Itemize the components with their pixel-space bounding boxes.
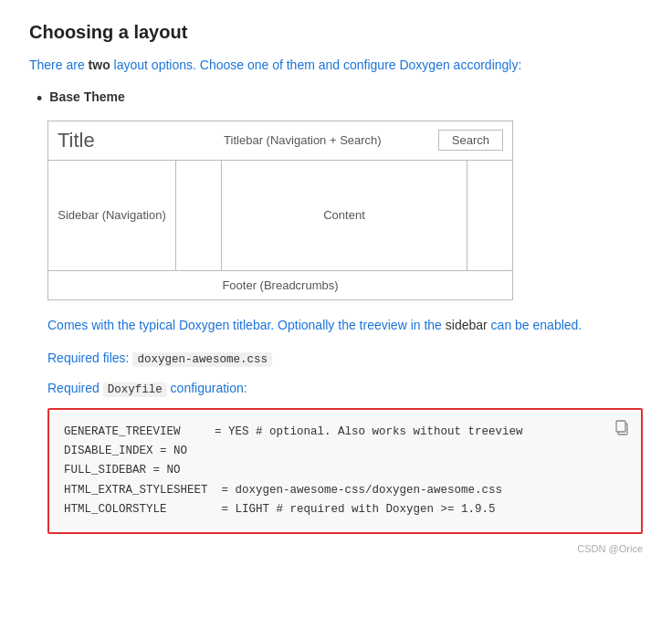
intro-bold: two — [89, 58, 110, 72]
watermark: CSDN @Orice — [29, 543, 643, 554]
intro-paragraph: There are two layout options. Choose one… — [29, 56, 643, 75]
diagram-content-area: Content — [176, 161, 512, 270]
diagram-col-right — [467, 161, 512, 270]
bullet-label: Base Theme — [49, 89, 124, 104]
page-title: Choosing a layout — [29, 22, 643, 43]
code-block-wrapper: GENERATE_TREEVIEW = YES # optional. Also… — [47, 408, 643, 534]
diagram-title-cell: Title — [58, 129, 149, 152]
code-line5: HTML_COLORSTYLE = LIGHT # required with … — [64, 503, 496, 516]
diagram-footer-label: Footer (Breadcrumbs) — [48, 270, 512, 299]
layout-diagram: Title Titlebar (Navigation + Search) Sea… — [47, 120, 513, 300]
code-line3: FULL_SIDEBAR = NO — [64, 464, 181, 477]
svg-rect-1 — [616, 421, 625, 432]
diagram-search-button[interactable]: Search — [438, 130, 503, 151]
required-config-suffix: configuration: — [167, 381, 247, 395]
diagram-titlebar: Title Titlebar (Navigation + Search) Sea… — [48, 121, 512, 161]
intro-text-part1: There are — [29, 58, 89, 72]
diagram-col-left — [176, 161, 222, 270]
required-files-label: Required files: — [47, 351, 130, 365]
doxyfile-inline-code: Doxyfile — [103, 382, 167, 397]
description-text: Comes with the typical Doxygen titlebar.… — [47, 315, 643, 335]
code-line4: HTML_EXTRA_STYLESHEET = doxygen-awesome-… — [64, 484, 502, 497]
required-filename: doxygen-awesome.css — [132, 352, 272, 367]
diagram-sidebar-label: Sidebar (Navigation) — [48, 161, 176, 270]
code-line1: GENERATE_TREEVIEW = YES # optional. Also… — [64, 425, 523, 438]
desc-text-span: Comes with the typical Doxygen titlebar.… — [47, 318, 582, 332]
required-config-prefix: Required — [47, 381, 103, 395]
bullet-dot: • — [37, 89, 42, 110]
bullet-base-theme: • Base Theme — [37, 89, 643, 110]
required-files-row: Required files: doxygen-awesome.css — [47, 348, 643, 369]
copy-icon[interactable] — [614, 419, 632, 437]
intro-text-part2: layout options. Choose one of them and c… — [110, 58, 522, 72]
diagram-content-label: Content — [222, 161, 467, 270]
diagram-body: Sidebar (Navigation) Content — [48, 161, 512, 270]
diagram-nav-search-label: Titlebar (Navigation + Search) — [167, 133, 438, 147]
required-config-row: Required Doxyfile configuration: — [47, 378, 643, 399]
code-line2: DISABLE_INDEX = NO — [64, 445, 187, 457]
code-block: GENERATE_TREEVIEW = YES # optional. Also… — [64, 423, 604, 519]
